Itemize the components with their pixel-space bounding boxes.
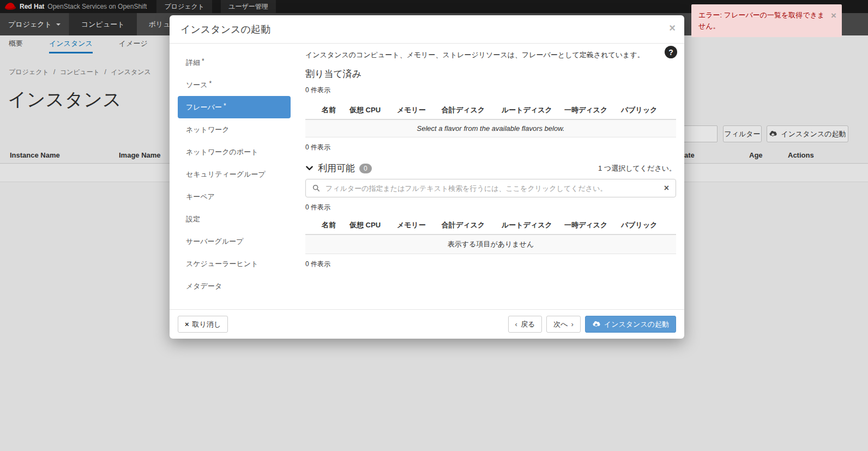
footer-actions: ‹ 戻る 次へ › インスタンスの起動: [508, 316, 676, 333]
error-toast: エラー: フレーバーの一覧を取得できません。 ×: [691, 4, 842, 37]
allocated-heading: 割り当て済み: [305, 68, 676, 80]
help-icon[interactable]: ?: [665, 46, 677, 58]
required-star: *: [202, 57, 204, 65]
allocated-table-header: 名前 仮想 CPU メモリー 合計ディスク ルートディスク 一時ディスク パブリ…: [305, 101, 676, 120]
col-vcpus: 仮想 CPU: [349, 105, 397, 115]
available-heading: 利用可能: [318, 162, 355, 175]
available-count-top: 0 件表示: [305, 203, 676, 212]
col-ephemeral-disk: 一時ディスク: [564, 220, 621, 230]
chevron-down-icon[interactable]: [305, 164, 314, 172]
clear-search-icon[interactable]: ×: [664, 184, 669, 193]
modal-launch-instance-button[interactable]: インスタンスの起動: [585, 316, 676, 333]
available-count-bottom: 0 件表示: [305, 260, 676, 269]
chevron-right-icon: ›: [571, 320, 574, 328]
step-security-groups[interactable]: セキュリティーグループ: [178, 163, 291, 185]
allocated-count-bottom: 0 件表示: [305, 143, 676, 152]
step-details[interactable]: 詳細*: [178, 51, 291, 74]
modal-close-icon[interactable]: ×: [669, 22, 676, 33]
modal-title: インスタンスの起動: [180, 23, 270, 36]
error-toast-message: エラー: フレーバーの一覧を取得できません。: [698, 11, 824, 30]
col-ephemeral-disk: 一時ディスク: [564, 105, 621, 115]
step-metadata[interactable]: メタデータ: [178, 275, 291, 297]
search-icon: [312, 184, 320, 192]
required-star: *: [224, 102, 226, 110]
col-vcpus: 仮想 CPU: [349, 220, 397, 230]
step-flavor[interactable]: フレーバー*: [178, 96, 291, 118]
available-table-header: 名前 仮想 CPU メモリー 合計ディスク ルートディスク 一時ディスク パブリ…: [305, 217, 676, 235]
allocated-count-top: 0 件表示: [305, 86, 676, 95]
col-ram: メモリー: [397, 220, 442, 230]
step-scheduler-hints[interactable]: スケジューラーヒント: [178, 252, 291, 275]
flavor-step-content: インスタンスのコンピュート、メモリー、ストレージリソースは、フレーバーとして定義…: [305, 50, 676, 269]
col-root-disk: ルートディスク: [502, 105, 564, 115]
step-networks[interactable]: ネットワーク: [178, 118, 291, 141]
wizard-steps: 詳細* ソース* フレーバー* ネットワーク ネットワークのポート セキュリティ…: [178, 51, 291, 297]
col-name: 名前: [322, 105, 349, 115]
col-ram: メモリー: [397, 105, 442, 115]
cloud-upload-icon: [592, 321, 601, 328]
required-star: *: [209, 80, 212, 87]
flavor-description: インスタンスのコンピュート、メモリー、ストレージリソースは、フレーバーとして定義…: [305, 50, 676, 60]
back-button[interactable]: ‹ 戻る: [508, 316, 542, 333]
toast-close-icon[interactable]: ×: [831, 11, 836, 20]
col-total-disk: 合計ディスク: [442, 105, 502, 115]
col-public: パブリック: [621, 220, 676, 230]
col-name: 名前: [322, 220, 349, 230]
next-button[interactable]: 次へ ›: [546, 316, 581, 333]
col-root-disk: ルートディスク: [502, 220, 564, 230]
launch-instance-modal: インスタンスの起動 × ? 詳細* ソース* フレーバー* ネットワーク ネット…: [170, 15, 684, 339]
flavor-search-bar: ×: [305, 179, 676, 197]
modal-header: インスタンスの起動 ×: [170, 15, 684, 44]
available-empty-row: 表示する項目がありません: [305, 235, 676, 254]
modal-footer: × 取り消し ‹ 戻る 次へ › インスタンスの起動: [170, 309, 684, 339]
flavor-search-input[interactable]: [326, 184, 664, 193]
col-total-disk: 合計ディスク: [442, 220, 502, 230]
step-configuration[interactable]: 設定: [178, 208, 291, 230]
cancel-x-icon: ×: [185, 320, 189, 328]
col-public: パブリック: [621, 105, 676, 115]
modal-body: ? 詳細* ソース* フレーバー* ネットワーク ネットワークのポート セキュリ…: [170, 44, 684, 309]
allocated-empty-row: Select a flavor from the available flavo…: [305, 120, 676, 137]
step-source[interactable]: ソース*: [178, 74, 291, 96]
available-section-header: 利用可能 0 1 つ選択してください。: [305, 162, 676, 175]
chevron-left-icon: ‹: [515, 320, 517, 328]
step-network-ports[interactable]: ネットワークのポート: [178, 141, 291, 163]
cancel-button[interactable]: × 取り消し: [178, 316, 228, 333]
step-key-pair[interactable]: キーペア: [178, 185, 291, 208]
step-server-groups[interactable]: サーバーグループ: [178, 230, 291, 252]
available-count-badge: 0: [359, 164, 372, 173]
select-hint: 1 つ選択してください。: [598, 164, 676, 173]
